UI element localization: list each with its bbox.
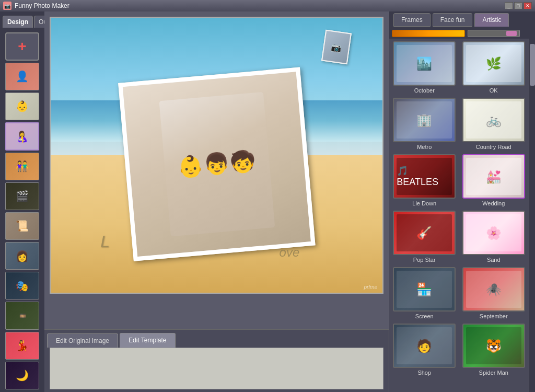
template-label-sand: Sand bbox=[487, 257, 501, 263]
app-icon: 📷 bbox=[3, 2, 11, 10]
sidebar-photo-9[interactable]: 🎞️ bbox=[5, 302, 39, 329]
watermark: prfme bbox=[364, 284, 377, 290]
sidebar-photo-7[interactable]: 👩 bbox=[5, 242, 39, 270]
sidebar-photo-2[interactable]: 👶 bbox=[5, 93, 39, 120]
template-item-sand[interactable]: 🌸 Sand bbox=[461, 211, 527, 263]
main-tabs: Design Output bbox=[3, 14, 42, 28]
right-panel: Frames Face fun Artistic 🏙️ October bbox=[389, 11, 535, 392]
right-scrollbar[interactable] bbox=[529, 39, 535, 392]
template-label-popstar: Pop Star bbox=[413, 257, 436, 263]
edit-tab-original[interactable]: Edit Original Image bbox=[47, 333, 118, 348]
template-item-country[interactable]: 🚲 Country Road bbox=[461, 98, 527, 150]
template-thumb-october: 🏙️ bbox=[393, 41, 456, 86]
template-thumb-sand: 🌸 bbox=[462, 211, 525, 255]
sidebar-photo-11[interactable]: 🌙 bbox=[5, 362, 39, 389]
minimize-button[interactable]: _ bbox=[505, 2, 513, 9]
template-item-shop[interactable]: 🧑 Shop bbox=[392, 324, 457, 376]
template-label-wedding: Wedding bbox=[482, 200, 505, 206]
template-thumb-spiderman: 🐯 bbox=[462, 324, 525, 368]
template-label-liedown: Lie Down bbox=[412, 200, 436, 206]
sand-text: L bbox=[100, 232, 110, 251]
add-photo-button[interactable]: + bbox=[5, 32, 39, 61]
title-bar: 📷 Funny Photo Maker _ □ ✕ bbox=[0, 0, 535, 11]
edit-content-area bbox=[50, 348, 383, 389]
tab-design[interactable]: Design bbox=[3, 16, 33, 28]
right-tab-facefun[interactable]: Face fun bbox=[433, 13, 473, 27]
template-item-liedown[interactable]: 🎵 BEATLES Lie Down bbox=[392, 154, 457, 206]
title-bar-left: 📷 Funny Photo Maker bbox=[3, 2, 69, 10]
template-thumb-popstar: 🎸 bbox=[393, 211, 456, 255]
right-tabs: Frames Face fun Artistic bbox=[389, 11, 535, 28]
sand-text-2: ove bbox=[280, 245, 300, 260]
scroll-thumb bbox=[506, 31, 517, 36]
template-label-metro: Metro bbox=[417, 144, 432, 150]
right-tab-artistic[interactable]: Artistic bbox=[474, 13, 509, 27]
template-item-spiderman[interactable]: 🐯 Spider Man bbox=[461, 324, 527, 376]
close-button[interactable]: ✕ bbox=[524, 2, 532, 9]
template-item-popstar[interactable]: 🎸 Pop Star bbox=[392, 211, 457, 263]
canvas-frame: 👶👦🧒 📷 L ove prfme bbox=[50, 17, 383, 294]
template-thumb-shop: 🧑 bbox=[393, 324, 456, 368]
template-item-october[interactable]: 🏙️ October bbox=[392, 41, 457, 94]
children-photo: 👶👦🧒 bbox=[122, 72, 310, 257]
template-grid: 🏙️ October 🌿 OK 🏢 Metro bbox=[389, 39, 529, 392]
orange-scrollbar[interactable] bbox=[392, 30, 465, 37]
main-container: Design Output + 👤 👶 🤱 👫 🎬 📜 👩 bbox=[0, 11, 535, 392]
sidebar-photo-10[interactable]: 💃 bbox=[5, 332, 39, 360]
template-item-metro[interactable]: 🏢 Metro bbox=[392, 98, 457, 150]
template-label-september: September bbox=[480, 313, 508, 319]
canvas-area: 👶👦🧒 📷 L ove prfme bbox=[44, 11, 389, 329]
scroll-area bbox=[389, 28, 535, 39]
template-label-screen: Screen bbox=[415, 313, 434, 319]
photo-overlay: 👶👦🧒 bbox=[118, 67, 316, 261]
sidebar-photo-6[interactable]: 📜 bbox=[5, 212, 39, 240]
small-photo-overlay: 📷 bbox=[321, 30, 352, 64]
tab-output[interactable]: Output bbox=[34, 16, 44, 28]
sidebar-photo-5[interactable]: 🎬 bbox=[5, 182, 39, 210]
app-title: Funny Photo Maker bbox=[15, 2, 69, 9]
template-item-wedding[interactable]: 💒 Wedding bbox=[461, 154, 527, 206]
template-thumb-september: 🕷️ bbox=[462, 267, 525, 312]
template-label-shop: Shop bbox=[417, 370, 431, 376]
template-thumb-screen: 🏪 bbox=[393, 267, 456, 312]
template-label-october: October bbox=[414, 87, 435, 94]
template-label-ok: OK bbox=[490, 87, 498, 94]
scrollbar-thumb[interactable] bbox=[530, 44, 535, 86]
template-item-screen[interactable]: 🏪 Screen bbox=[392, 267, 457, 319]
sidebar-photo-8[interactable]: 🎭 bbox=[5, 272, 39, 299]
template-thumb-ok: 🌿 bbox=[462, 41, 525, 86]
sidebar-photo-1[interactable]: 👤 bbox=[5, 63, 39, 90]
template-item-september[interactable]: 🕷️ September bbox=[461, 267, 527, 319]
sidebar-photo-3[interactable]: 🤱 bbox=[5, 122, 39, 151]
right-tab-frames[interactable]: Frames bbox=[393, 13, 431, 27]
sidebar-photo-4[interactable]: 👫 bbox=[5, 153, 39, 180]
template-thumb-country: 🚲 bbox=[462, 98, 525, 142]
window-controls: _ □ ✕ bbox=[505, 2, 532, 9]
gray-scrollbar[interactable] bbox=[468, 30, 520, 37]
template-thumb-metro: 🏢 bbox=[393, 98, 456, 142]
template-label-country: Country Road bbox=[476, 144, 511, 150]
template-thumb-liedown: 🎵 BEATLES bbox=[393, 154, 456, 199]
beach-scene: 👶👦🧒 📷 L ove prfme bbox=[51, 18, 382, 293]
edit-tab-template[interactable]: Edit Template bbox=[120, 333, 176, 348]
right-panel-inner: 🏙️ October 🌿 OK 🏢 Metro bbox=[389, 39, 535, 392]
maximize-button[interactable]: □ bbox=[514, 2, 522, 9]
template-item-ok[interactable]: 🌿 OK bbox=[461, 41, 527, 94]
template-thumb-wedding: 💒 bbox=[462, 154, 525, 199]
photo-sidebar: Design Output + 👤 👶 🤱 👫 🎬 📜 👩 bbox=[0, 11, 44, 392]
template-label-spiderman: Spider Man bbox=[479, 370, 508, 376]
edit-tabs: Edit Original Image Edit Template bbox=[44, 329, 389, 348]
content-area: 👶👦🧒 📷 L ove prfme Edit Original Image Ed… bbox=[44, 11, 389, 392]
